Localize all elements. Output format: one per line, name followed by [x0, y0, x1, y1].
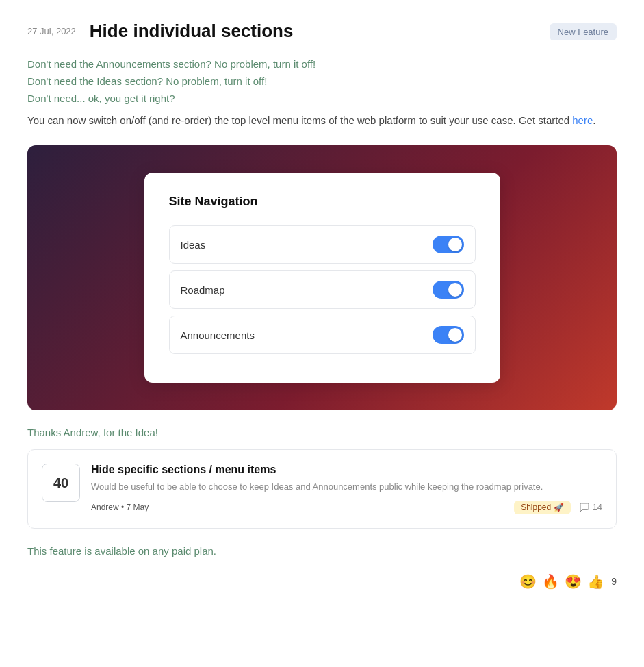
nav-item-announcements-label: Announcements — [181, 329, 255, 341]
reaction-total-count: 9 — [611, 576, 617, 587]
get-started-link[interactable]: here — [572, 114, 593, 126]
nav-item-announcements: Announcements — [169, 316, 476, 354]
comment-number: 14 — [593, 502, 602, 512]
vote-count[interactable]: 40 — [42, 464, 80, 502]
reactions-bar: 😊 🔥 😍 👍 9 — [27, 573, 617, 590]
reaction-heart-eyes[interactable]: 😍 — [565, 573, 582, 590]
idea-title: Hide specific sections / menu items — [91, 464, 602, 476]
toggle-ideas-track — [433, 236, 464, 253]
site-nav-card: Site Navigation Ideas Roadmap Announceme… — [144, 173, 500, 383]
toggle-announcements[interactable] — [433, 326, 464, 344]
toggle-roadmap[interactable] — [433, 281, 464, 299]
nav-item-ideas-label: Ideas — [181, 239, 206, 251]
paid-plan-text: This feature is available on any paid pl… — [27, 545, 617, 557]
page-title: Hide individual sections — [90, 21, 536, 42]
idea-author: Andrew • 7 May — [91, 503, 149, 512]
author-separator: • — [121, 503, 127, 512]
shipped-badge: Shipped 🚀 — [514, 501, 570, 514]
comment-icon — [579, 502, 590, 513]
idea-meta: Andrew • 7 May Shipped 🚀 14 — [91, 501, 602, 514]
desc-body-text: You can now switch on/off (and re-order)… — [27, 114, 572, 126]
page-header: 27 Jul, 2022 Hide individual sections Ne… — [27, 21, 617, 42]
idea-date: 7 May — [127, 503, 149, 512]
toggle-announcements-track — [433, 326, 464, 344]
demo-container: Site Navigation Ideas Roadmap Announceme… — [27, 145, 617, 410]
reaction-smiley[interactable]: 😊 — [519, 573, 537, 590]
description-section: Don't need the Announcements section? No… — [27, 58, 617, 129]
idea-body: Would be useful to be able to choose to … — [91, 480, 602, 494]
idea-content: Hide specific sections / menu items Woul… — [91, 464, 602, 514]
desc-body: You can now switch on/off (and re-order)… — [27, 112, 617, 129]
comment-count: 14 — [579, 502, 602, 513]
desc-body-end: . — [593, 114, 595, 126]
nav-item-roadmap-label: Roadmap — [181, 284, 225, 296]
reaction-thumbs-up[interactable]: 👍 — [587, 573, 604, 590]
site-nav-title: Site Navigation — [169, 194, 476, 209]
desc-line-3: Don't need... ok, you get it right? — [27, 92, 617, 104]
toggle-ideas-thumb — [448, 238, 462, 251]
idea-card: 40 Hide specific sections / menu items W… — [27, 449, 617, 529]
toggle-announcements-thumb — [448, 328, 462, 342]
desc-line-1: Don't need the Announcements section? No… — [27, 58, 617, 70]
thanks-line: Thanks Andrew, for the Idea! — [27, 427, 617, 438]
toggle-roadmap-track — [433, 281, 464, 299]
nav-item-ideas: Ideas — [169, 225, 476, 264]
toggle-roadmap-thumb — [448, 283, 462, 297]
desc-line-2: Don't need the Ideas section? No problem… — [27, 75, 617, 87]
nav-item-roadmap: Roadmap — [169, 270, 476, 309]
new-feature-badge: New Feature — [550, 23, 617, 40]
reaction-fire[interactable]: 🔥 — [542, 573, 559, 590]
toggle-ideas[interactable] — [433, 236, 464, 253]
post-date: 27 Jul, 2022 — [27, 26, 76, 36]
idea-right: Shipped 🚀 14 — [514, 501, 602, 514]
author-name: Andrew — [91, 503, 119, 512]
